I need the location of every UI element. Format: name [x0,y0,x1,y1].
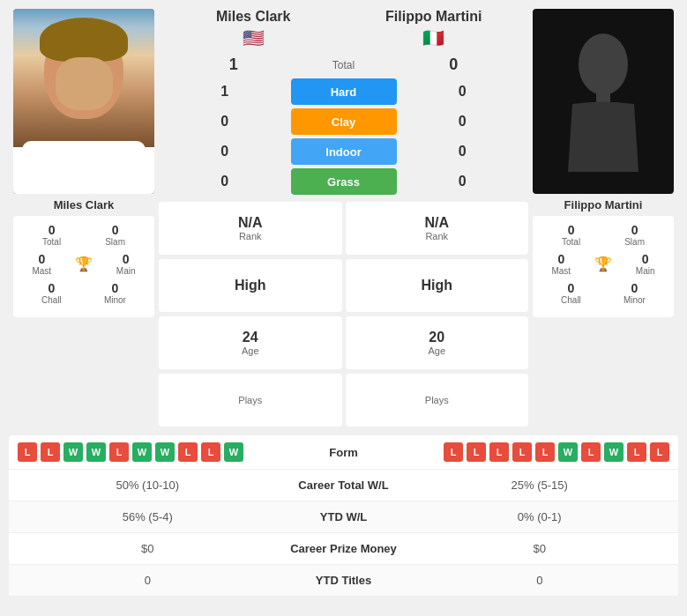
plays-stat-row: Plays Plays [159,374,528,427]
right-player-name-section: Filippo Martini 🇮🇹 [344,9,525,48]
ytd-wl-row: 56% (5-4) YTD W/L 0% (0-1) [9,501,678,533]
right-high-box: High [346,259,529,312]
left-plays-box: Plays [159,374,342,427]
left-main-stat: 0 Main [116,252,136,276]
court-rows: 1 Hard 0 0 Clay 0 0 Indoor 0 [159,78,528,195]
form-badge-l: L [627,442,646,462]
hard-court-button[interactable]: Hard [291,78,397,105]
left-player-stats-grid: 0 Total 0 Slam 0 Mast 🏆 [13,216,154,317]
right-rank-value: N/A [424,215,449,231]
form-badge-l: L [581,442,601,462]
left-player-name-label: Miles Clark [54,198,115,212]
form-badge-w: W [155,442,175,462]
ytd-wl-label: YTD W/L [278,510,410,523]
left-rank-label: Rank [239,231,262,241]
left-slam-stat: 0 Slam [105,223,125,247]
form-badge-l: L [489,442,509,462]
right-player-flag: 🇮🇹 [422,27,444,48]
left-high-box: High [159,259,342,312]
right-plays-box: Plays [346,374,529,427]
career-total-row: 50% (10-10) Career Total W/L 25% (5-15) [9,470,678,501]
form-badge-l: L [512,442,532,462]
indoor-court-button[interactable]: Indoor [291,138,397,165]
left-rank-box: N/A Rank [159,202,342,255]
right-total-stat: 0 Total [562,223,580,247]
form-badge-w: W [63,442,83,462]
right-rank-box: N/A Rank [346,202,529,255]
career-total-left: 50% (10-10) [18,479,278,492]
clay-court-button[interactable]: Clay [291,108,397,135]
prize-left: $0 [18,542,278,555]
form-badge-l: L [535,442,555,462]
career-total-label: Career Total W/L [278,479,410,492]
form-badge-w: W [86,442,106,462]
prize-right: $0 [410,542,670,555]
form-badge-l: L [178,442,198,462]
right-age-value: 20 [429,330,444,345]
right-clay-score: 0 [397,114,529,130]
left-chall-stat: 0 Chall [41,281,62,305]
grass-court-row: 0 Grass 0 [159,168,528,195]
left-mast-stat: 0 Mast [32,252,51,276]
left-hard-score: 1 [159,84,291,100]
left-age-box: 24 Age [159,316,342,369]
right-player-photo [533,9,674,194]
form-badge-l: L [41,442,60,462]
form-badge-l: L [467,442,486,462]
player-names-row: Miles Clark 🇺🇸 Filippo Martini 🇮🇹 [159,9,528,48]
bottom-stats: LLWWLWWLLW Form LLLLLWLWLL 50% (10-10) C… [9,435,678,597]
clay-court-row: 0 Clay 0 [159,108,528,135]
left-age-label: Age [242,345,259,356]
left-high-value: High [235,278,266,293]
right-age-box: 20 Age [346,316,529,369]
left-age-value: 24 [243,330,258,345]
total-label: Total [309,59,379,71]
hard-court-row: 1 Hard 0 [159,78,528,105]
center-panel: Miles Clark 🇺🇸 Filippo Martini 🇮🇹 1 Tota… [159,9,528,427]
form-label: Form [291,446,397,459]
left-player-col: Miles Clark 0 Total 0 Slam [9,9,159,317]
left-plays-label: Plays [238,395,262,405]
prize-row: $0 Career Prize Money $0 [9,533,678,565]
left-player-photo [13,9,154,194]
form-badge-w: W [132,442,152,462]
right-age-label: Age [428,345,445,356]
right-plays-label: Plays [425,395,449,405]
right-player-name: Filippo Martini [385,9,482,25]
left-player-flag: 🇺🇸 [243,27,265,48]
form-badge-w: W [558,442,578,462]
form-badge-l: L [18,442,37,462]
left-total-score: 1 [159,56,309,74]
high-stat-row: High High [159,259,528,312]
left-player-name-section: Miles Clark 🇺🇸 [163,9,344,48]
ytd-titles-label: YTD Titles [278,574,410,587]
age-stat-row: 24 Age 20 Age [159,316,528,369]
ytd-titles-right: 0 [410,574,670,587]
right-high-value: High [421,278,452,293]
svg-point-0 [579,33,628,95]
player-silhouette [559,31,647,172]
total-score-row: 1 Total 0 [159,56,528,74]
right-player-col: Filippo Martini 0 Total 0 Slam [528,9,678,317]
grass-court-button[interactable]: Grass [291,168,397,195]
left-trophy-icon: 🏆 [75,256,93,272]
right-chall-stat: 0 Chall [561,281,581,305]
left-grass-score: 0 [159,174,291,189]
form-badge-l: L [109,442,129,462]
left-form-badges: LLWWLWWLLW [18,442,291,462]
right-grass-score: 0 [397,174,529,189]
rank-stat-row: N/A Rank N/A Rank [159,202,528,255]
left-player-name: Miles Clark [216,9,290,25]
right-player-name-label: Filippo Martini [564,198,643,212]
ytd-wl-right: 0% (0-1) [410,510,670,523]
right-total-score: 0 [379,56,529,74]
indoor-court-row: 0 Indoor 0 [159,138,528,165]
left-clay-score: 0 [159,114,291,130]
ytd-titles-row: 0 YTD Titles 0 [9,565,678,597]
right-trophy-icon: 🏆 [594,256,612,272]
form-badge-w: W [604,442,624,462]
prize-label: Career Prize Money [278,542,410,555]
right-form-badges: LLLLLWLWLL [397,442,670,462]
form-badge-l: L [444,442,463,462]
left-minor-stat: 0 Minor [104,281,126,305]
